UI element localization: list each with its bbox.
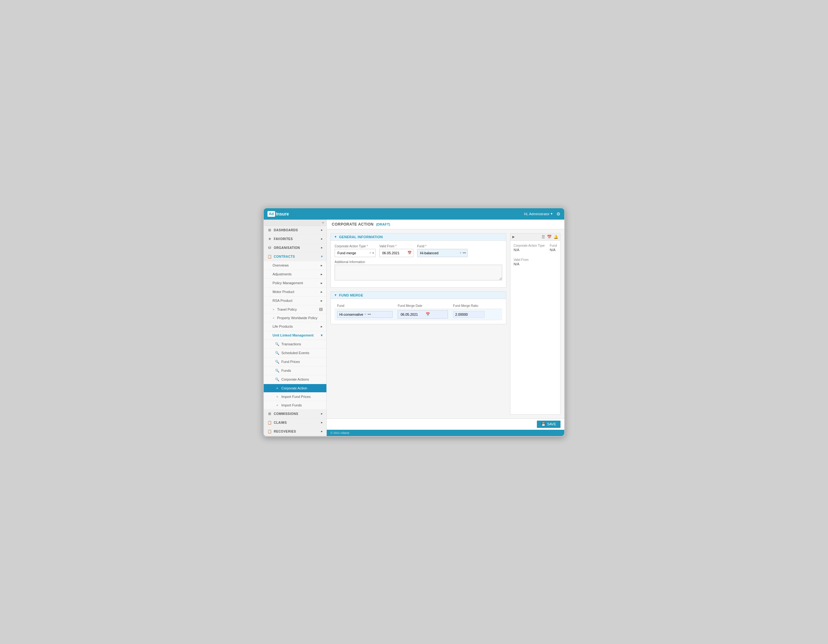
fund-merge-body: Fund Fund Merge Date Fund Merge Ratio [331, 299, 506, 324]
calendar-icon[interactable]: 📅 [547, 235, 552, 239]
chevron-right-icon: ▸ [321, 229, 323, 232]
sidebar-item-property-worldwide[interactable]: + Property Worldwide Policy [264, 314, 326, 322]
content-body: ▼ GENERAL INFORMATION Corporate Action T… [327, 229, 564, 418]
sidebar-item-transactions[interactable]: 🔍 Transactions [264, 340, 326, 349]
general-info-title: GENERAL INFORMATION [339, 235, 383, 239]
sidebar-item-travel-policy[interactable]: + Travel Policy 0 [264, 305, 326, 314]
right-panel-toolbar: ▶ ☰ 📅 🔔 [510, 233, 560, 241]
grid-icon: ⊞ [268, 228, 272, 232]
sidebar-item-rsa-product[interactable]: RSA Product ▸ [264, 296, 326, 305]
plus-icon: + [275, 386, 279, 390]
merge-date-input-wrapper[interactable]: 📅 [398, 310, 448, 318]
col-merge-date: Fund Merge Date [395, 303, 450, 309]
sidebar-item-favorites[interactable]: ★ FAVORITES ▸ [264, 235, 326, 244]
sidebar-item-corporate-actions[interactable]: 🔍 Corporate Actions [264, 375, 326, 384]
sidebar-item-commissions[interactable]: ⊞ COMMISSIONS ▸ [264, 410, 326, 418]
sidebar-item-claims[interactable]: 📋 CLAIMS ▸ [264, 418, 326, 427]
collapse-icon: ▼ [334, 293, 337, 297]
clear-icon[interactable]: × [460, 251, 461, 255]
right-panel: ▶ ☰ 📅 🔔 Corporate Action Type [510, 233, 560, 415]
sidebar-item-scheduled-events[interactable]: 🔍 Scheduled Events [264, 349, 326, 357]
calendar-icon[interactable]: 📅 [408, 251, 412, 255]
save-button[interactable]: 💾 SAVE [537, 421, 560, 428]
fund-select[interactable]: Hi-balanced × ••• [417, 249, 467, 257]
panel-corp-type-label: Corporate Action Type [514, 244, 545, 248]
panel-valid-from-value: N/A [514, 262, 557, 266]
footer-text: © 2021 Adacta [331, 431, 349, 434]
calendar-icon[interactable]: 📅 [426, 312, 430, 317]
sidebar-item-policy-management[interactable]: Policy Management ▸ [264, 279, 326, 288]
chevron-right-icon: ▸ [321, 412, 323, 415]
fund-merge-header[interactable]: ▼ FUND MERGE [331, 292, 506, 299]
sidebar-item-dashboards[interactable]: ⊞ DASHBOARDS ▸ [264, 226, 326, 235]
sidebar-item-recoveries[interactable]: 📋 RECOVERIES ▸ [264, 427, 326, 436]
sidebar-item-overviews[interactable]: Overviews ▸ [264, 261, 326, 270]
col-merge-ratio: Fund Merge Ratio [450, 303, 502, 309]
bell-icon[interactable]: 🔔 [554, 235, 558, 239]
corp-action-type-select[interactable]: Fund merge × ▾ [335, 249, 376, 257]
chevron-right-icon: ▸ [321, 324, 323, 329]
sidebar-item-import-fund-prices[interactable]: + Import Fund Prices [264, 393, 326, 401]
right-panel-body: Corporate Action Type N/A Fund N/A Valid… [510, 241, 560, 272]
search-icon: 🔍 [275, 378, 279, 382]
more-icon[interactable]: ••• [463, 251, 466, 255]
sidebar-item-adjustments[interactable]: Adjustments ▸ [264, 270, 326, 279]
plus-icon: + [275, 395, 279, 398]
general-info-header[interactable]: ▼ GENERAL INFORMATION [331, 233, 506, 241]
chevron-right-icon: ▸ [321, 430, 323, 433]
panel-fund-label: Fund [550, 244, 557, 248]
panel-valid-from-label: Valid From [514, 258, 557, 262]
clear-icon[interactable]: × [365, 313, 367, 316]
merge-ratio-cell [450, 309, 502, 320]
contracts-icon: 📋 [268, 255, 272, 259]
sidebar-item-motor-product[interactable]: Motor Product ▸ [264, 288, 326, 296]
collapse-icon: ▼ [334, 235, 337, 238]
sidebar-item-unit-linked[interactable]: Unit Linked Management ▾ [264, 331, 326, 340]
gear-icon[interactable]: ⚙ [557, 212, 560, 216]
chevron-right-icon: ▸ [321, 263, 323, 268]
fund-row-select[interactable]: Hi-conservative × ••• [337, 311, 392, 318]
panel-icons: ☰ 📅 🔔 [542, 235, 558, 239]
clear-icon[interactable]: × [369, 251, 371, 255]
sidebar-item-contracts[interactable]: 📋 CONTRACTS ▾ [264, 252, 326, 261]
valid-from-input[interactable] [382, 251, 408, 255]
general-info-body: Corporate Action Type * Fund merge × ▾ [331, 241, 506, 287]
general-information-section: ▼ GENERAL INFORMATION Corporate Action T… [331, 233, 506, 288]
panel-fund: Fund N/A [550, 244, 557, 252]
sidebar-collapse-button[interactable]: « [264, 219, 326, 226]
corp-action-type-value: Fund merge [337, 251, 368, 255]
content-area: CORPORATE ACTION (DRAFT) ▼ GENERAL INFOR… [327, 219, 564, 436]
sidebar-item-corporate-action[interactable]: + Corporate Action [264, 384, 326, 393]
page-title: CORPORATE ACTION [332, 222, 374, 227]
merge-ratio-input[interactable] [453, 311, 485, 318]
merge-date-input[interactable] [400, 313, 426, 317]
chevron-down-icon: ▾ [321, 255, 323, 258]
arrow-right-icon[interactable]: ▶ [512, 235, 515, 238]
panel-fund-value: N/A [550, 248, 557, 252]
merge-date-cell: 📅 [395, 309, 450, 320]
sidebar-item-fund-prices[interactable]: 🔍 Fund Prices [264, 357, 326, 367]
fund-merge-table: Fund Fund Merge Date Fund Merge Ratio [335, 303, 502, 320]
sidebar-item-life-products[interactable]: Life Products ▸ [264, 322, 326, 331]
form-row-1: Corporate Action Type * Fund merge × ▾ [335, 244, 502, 257]
user-info[interactable]: Hi, Administrator ▾ [524, 212, 553, 216]
list-icon[interactable]: ☰ [542, 235, 545, 239]
org-icon: ⛁ [268, 246, 272, 250]
valid-from-group: Valid From * 📅 [380, 244, 413, 257]
form-row-2: Additional Information [335, 260, 502, 280]
fund-row-value: Hi-conservative [339, 313, 363, 317]
sidebar-item-organisation[interactable]: ⛁ ORGANISATION ▸ [264, 244, 326, 252]
additional-info-textarea[interactable] [335, 265, 502, 280]
plus-icon: + [275, 403, 279, 407]
valid-from-date[interactable]: 📅 [380, 249, 413, 257]
col-fund: Fund [335, 303, 395, 309]
footer: © 2021 Adacta [327, 430, 564, 436]
fund-merge-section: ▼ FUND MERGE Fund Fund Merge Date [331, 291, 506, 324]
chevron-down-icon: ▾ [321, 333, 323, 337]
panel-row-1: Corporate Action Type N/A Fund N/A [514, 244, 557, 255]
more-icon[interactable]: ••• [368, 313, 371, 316]
top-right: Hi, Administrator ▾ ⚙ [524, 212, 560, 216]
sidebar-item-funds[interactable]: 🔍 Funds [264, 367, 326, 375]
search-icon: 🔍 [275, 351, 279, 355]
sidebar-item-import-funds[interactable]: + Import Funds [264, 401, 326, 410]
